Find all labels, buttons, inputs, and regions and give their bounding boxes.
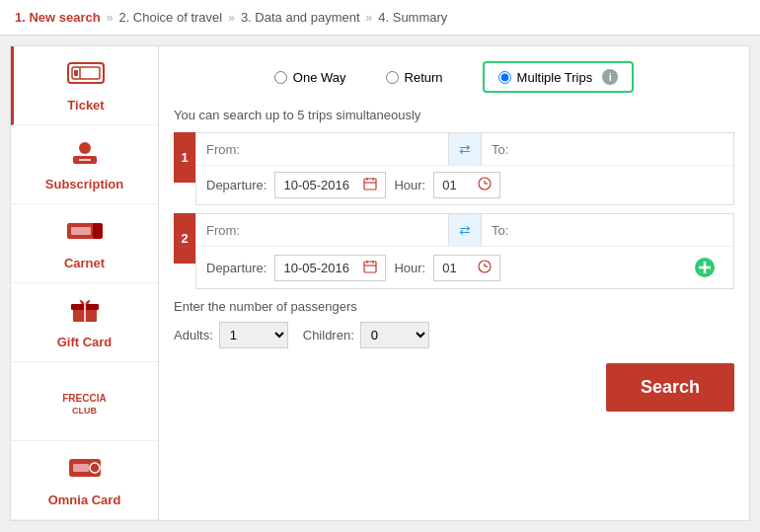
trip-from-to-1: ⇄ (196, 133, 733, 166)
trip-from-to-2: ⇄ (196, 214, 733, 247)
adults-label: Adults: (174, 328, 213, 342)
svg-rect-23 (364, 262, 376, 272)
adults-group: Adults: 1 2 3 4 5 (174, 322, 288, 348)
content-area: One Way Return Multiple Trips i You can … (159, 46, 749, 520)
trip-row-1: 1 ⇄ Departure: Hour: (174, 132, 734, 205)
sidebar-item-ticket-label: Ticket (67, 98, 104, 113)
trip1-hour-field[interactable] (442, 178, 472, 192)
children-group: Children: 0 1 2 3 (303, 322, 429, 348)
trip1-hour-label: Hour: (394, 178, 425, 192)
sidebar-item-giftcard[interactable]: Gift Card (11, 283, 158, 362)
trip2-hour-label: Hour: (394, 261, 425, 275)
breadcrumb-arrow3: » (366, 11, 373, 25)
svg-point-4 (79, 142, 91, 154)
search-button[interactable]: Search (606, 363, 734, 412)
trip1-swap-button[interactable]: ⇄ (448, 133, 482, 165)
return-label: Return (405, 70, 443, 85)
svg-rect-14 (73, 464, 89, 472)
travel-type-selector: One Way Return Multiple Trips i (174, 61, 734, 93)
one-way-option[interactable]: One Way (274, 70, 346, 85)
trip2-from-input[interactable] (196, 215, 448, 246)
svg-rect-16 (364, 179, 376, 190)
sidebar-item-omniacard-label: Omnia Card (48, 493, 121, 507)
add-trip-button[interactable] (508, 253, 723, 282)
adults-select[interactable]: 1 2 3 4 5 (219, 322, 288, 348)
sidebar-item-ticket[interactable]: Ticket (11, 46, 158, 125)
one-way-label: One Way (293, 70, 346, 85)
trip2-departure: Departure: Hour: (196, 247, 733, 288)
subscription-icon (65, 138, 105, 173)
svg-rect-3 (74, 70, 78, 76)
svg-rect-8 (71, 227, 91, 235)
omniacard-icon (65, 454, 105, 489)
trip-number-1: 1 (174, 132, 195, 183)
multiple-trips-info-icon[interactable]: i (602, 69, 618, 85)
trip2-hour-input[interactable] (433, 255, 500, 281)
multiple-trips-radio[interactable] (498, 71, 511, 84)
trip1-departure-label: Departure: (206, 178, 266, 192)
sidebar-item-giftcard-label: Gift Card (57, 335, 113, 349)
trip2-clock-icon[interactable] (478, 260, 492, 276)
trip1-to-input[interactable] (482, 134, 733, 165)
main-container: Ticket Subscription Carnet (10, 45, 750, 521)
return-option[interactable]: Return (386, 70, 443, 85)
sidebar-item-carnet[interactable]: Carnet (11, 204, 158, 283)
gift-icon (65, 296, 105, 331)
trip1-date-field[interactable] (283, 178, 357, 192)
multiple-trips-option[interactable]: Multiple Trips (498, 70, 593, 85)
trip1-hour-input[interactable] (433, 172, 500, 198)
search-btn-row: Search (174, 363, 734, 412)
trip-fields-2: ⇄ Departure: Hour: (195, 213, 734, 289)
trip2-hour-field[interactable] (442, 261, 472, 275)
multiple-trips-box: Multiple Trips i (483, 61, 635, 93)
trip1-from-input[interactable] (196, 134, 448, 165)
children-label: Children: (303, 328, 354, 342)
trip-number-2: 2 (174, 213, 195, 264)
trip2-to-input[interactable] (482, 215, 733, 246)
children-select[interactable]: 0 1 2 3 (360, 322, 429, 348)
trip2-calendar-icon[interactable] (363, 260, 377, 276)
multiple-trips-label: Multiple Trips (517, 70, 593, 85)
breadcrumb-arrow1: » (107, 11, 114, 25)
sidebar-item-subscription-label: Subscription (45, 177, 123, 191)
trip1-clock-icon[interactable] (478, 177, 492, 193)
trip1-calendar-icon[interactable] (363, 177, 377, 193)
info-text: You can search up to 5 trips simultaneou… (174, 108, 734, 122)
passengers-section: Enter the number of passengers Adults: 1… (174, 299, 734, 348)
breadcrumb-step3[interactable]: 3. Data and payment (241, 10, 360, 25)
breadcrumb-step4[interactable]: 4. Summary (378, 10, 447, 25)
sidebar-item-carnet-label: Carnet (64, 256, 105, 270)
trip2-departure-label: Departure: (206, 261, 266, 275)
sidebar-item-omniacard[interactable]: Omnia Card (11, 441, 158, 520)
breadcrumb-arrow2: » (228, 11, 235, 25)
breadcrumb: 1. New search » 2. Choice of travel » 3.… (0, 0, 760, 36)
sidebar-item-frecciaclub-label: FRECCIACLUB (62, 392, 106, 416)
passengers-section-label: Enter the number of passengers (174, 299, 734, 314)
trip2-date-input[interactable] (274, 255, 386, 281)
trip1-date-input[interactable] (274, 172, 386, 198)
sidebar: Ticket Subscription Carnet (11, 46, 159, 520)
trip2-date-field[interactable] (283, 261, 357, 275)
trip-row-2: 2 ⇄ Departure: Hour: (174, 213, 734, 289)
one-way-radio[interactable] (274, 71, 287, 84)
passengers-inputs: Adults: 1 2 3 4 5 Children: 0 1 2 (174, 322, 734, 348)
svg-rect-9 (93, 223, 103, 239)
sidebar-item-frecciaclub[interactable]: FRECCIACLUB (11, 362, 158, 441)
trip2-swap-button[interactable]: ⇄ (448, 214, 482, 246)
carnet-icon (65, 217, 105, 252)
sidebar-item-subscription[interactable]: Subscription (11, 125, 158, 204)
breadcrumb-step1[interactable]: 1. New search (15, 10, 101, 25)
trip1-departure: Departure: Hour: (196, 166, 733, 204)
trip-fields-1: ⇄ Departure: Hour: (195, 132, 734, 205)
breadcrumb-step2[interactable]: 2. Choice of travel (118, 10, 222, 25)
return-radio[interactable] (386, 71, 399, 84)
svg-rect-0 (68, 63, 104, 83)
ticket-icon (66, 59, 106, 94)
